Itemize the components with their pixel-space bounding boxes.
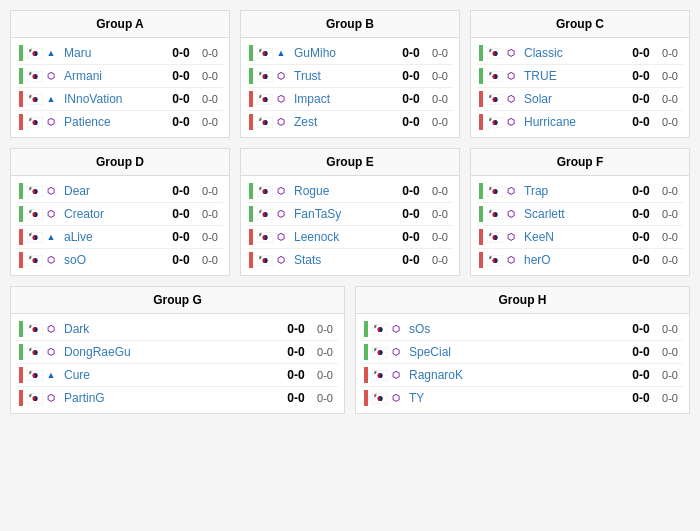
player-row: ⬡ Trap 0-0 0-0 [477, 180, 683, 203]
player-row: ⬡ SpeCial 0-0 0-0 [362, 341, 683, 364]
player-name[interactable]: SpeCial [409, 345, 621, 359]
score-set: 0-0 [627, 207, 655, 221]
player-name[interactable]: herO [524, 253, 621, 267]
player-row: ⬡ Impact 0-0 0-0 [247, 88, 453, 111]
player-name[interactable]: GuMiho [294, 46, 391, 60]
player-name[interactable]: Solar [524, 92, 621, 106]
score-map: 0-0 [314, 369, 336, 381]
score-set: 0-0 [627, 115, 655, 129]
score-map: 0-0 [199, 47, 221, 59]
score-map: 0-0 [429, 47, 451, 59]
rank-indicator [19, 390, 23, 406]
player-row: ⬡ Classic 0-0 0-0 [477, 42, 683, 65]
player-name[interactable]: TY [409, 391, 621, 405]
player-flags: ▲ [257, 47, 290, 59]
player-flags: ⬡ [487, 208, 520, 220]
group-body: ⬡ sOs 0-0 0-0 ⬡ SpeCial 0-0 0-0 [356, 314, 689, 413]
score-set: 0-0 [627, 345, 655, 359]
group-b: Group B ▲ GuMiho 0-0 0-0 [240, 10, 460, 138]
group-g: Group G ⬡ Dark 0-0 0-0 [10, 286, 345, 414]
rank-indicator [249, 229, 253, 245]
player-flags: ⬡ [27, 185, 60, 197]
player-flags: ⬡ [487, 47, 520, 59]
player-flags: ⬡ [27, 116, 60, 128]
player-name[interactable]: PartinG [64, 391, 276, 405]
score-map: 0-0 [659, 323, 681, 335]
player-name[interactable]: Scarlett [524, 207, 621, 221]
score-map: 0-0 [199, 254, 221, 266]
player-flags: ⬡ [27, 208, 60, 220]
score-set: 0-0 [167, 253, 195, 267]
player-name[interactable]: Stats [294, 253, 391, 267]
player-row: ⬡ Armani 0-0 0-0 [17, 65, 223, 88]
score-map: 0-0 [659, 93, 681, 105]
score-set: 0-0 [627, 184, 655, 198]
player-name[interactable]: TRUE [524, 69, 621, 83]
group-title: Group F [471, 149, 689, 176]
group-a: Group A ▲ Maru 0-0 0-0 [10, 10, 230, 138]
player-name[interactable]: soO [64, 253, 161, 267]
group-title: Group A [11, 11, 229, 38]
player-row: ▲ aLive 0-0 0-0 [17, 226, 223, 249]
player-row: ⬡ soO 0-0 0-0 [17, 249, 223, 271]
score-map: 0-0 [659, 231, 681, 243]
player-name[interactable]: Patience [64, 115, 161, 129]
player-flags: ⬡ [487, 185, 520, 197]
player-name[interactable]: Creator [64, 207, 161, 221]
rank-indicator [364, 367, 368, 383]
score-set: 0-0 [627, 46, 655, 60]
player-name[interactable]: Leenock [294, 230, 391, 244]
player-name[interactable]: INnoVation [64, 92, 161, 106]
player-row: ⬡ Zest 0-0 0-0 [247, 111, 453, 133]
group-title: Group H [356, 287, 689, 314]
player-name[interactable]: Dear [64, 184, 161, 198]
score-map: 0-0 [659, 208, 681, 220]
rank-indicator [19, 183, 23, 199]
score-set: 0-0 [397, 207, 425, 221]
player-name[interactable]: Armani [64, 69, 161, 83]
player-name[interactable]: Classic [524, 46, 621, 60]
player-flags: ⬡ [372, 346, 405, 358]
player-flags: ⬡ [257, 70, 290, 82]
score-map: 0-0 [659, 346, 681, 358]
player-name[interactable]: Impact [294, 92, 391, 106]
group-f: Group F ⬡ Trap 0-0 0-0 [470, 148, 690, 276]
score-set: 0-0 [282, 368, 310, 382]
player-name[interactable]: sOs [409, 322, 621, 336]
player-name[interactable]: Maru [64, 46, 161, 60]
score-set: 0-0 [397, 184, 425, 198]
score-map: 0-0 [429, 185, 451, 197]
player-name[interactable]: Trap [524, 184, 621, 198]
score-map: 0-0 [199, 70, 221, 82]
player-row: ⬡ Scarlett 0-0 0-0 [477, 203, 683, 226]
group-e: Group E ⬡ Rogue 0-0 0-0 [240, 148, 460, 276]
score-set: 0-0 [167, 115, 195, 129]
group-title: Group G [11, 287, 344, 314]
player-flags: ⬡ [487, 93, 520, 105]
score-set: 0-0 [282, 322, 310, 336]
player-row: ⬡ Solar 0-0 0-0 [477, 88, 683, 111]
score-map: 0-0 [429, 254, 451, 266]
rank-indicator [479, 183, 483, 199]
player-name[interactable]: KeeN [524, 230, 621, 244]
rank-indicator [249, 252, 253, 268]
player-name[interactable]: Dark [64, 322, 276, 336]
player-name[interactable]: Trust [294, 69, 391, 83]
player-name[interactable]: Cure [64, 368, 276, 382]
player-name[interactable]: DongRaeGu [64, 345, 276, 359]
player-name[interactable]: Rogue [294, 184, 391, 198]
score-map: 0-0 [659, 392, 681, 404]
player-name[interactable]: aLive [64, 230, 161, 244]
player-row: ▲ INnoVation 0-0 0-0 [17, 88, 223, 111]
player-name[interactable]: RagnaroK [409, 368, 621, 382]
player-name[interactable]: Hurricane [524, 115, 621, 129]
player-name[interactable]: Zest [294, 115, 391, 129]
player-row: ⬡ DongRaeGu 0-0 0-0 [17, 341, 338, 364]
group-title: Group C [471, 11, 689, 38]
score-set: 0-0 [397, 230, 425, 244]
rank-indicator [249, 183, 253, 199]
player-flags: ⬡ [27, 392, 60, 404]
player-flags: ⬡ [257, 116, 290, 128]
player-row: ⬡ Dark 0-0 0-0 [17, 318, 338, 341]
player-name[interactable]: FanTaSy [294, 207, 391, 221]
